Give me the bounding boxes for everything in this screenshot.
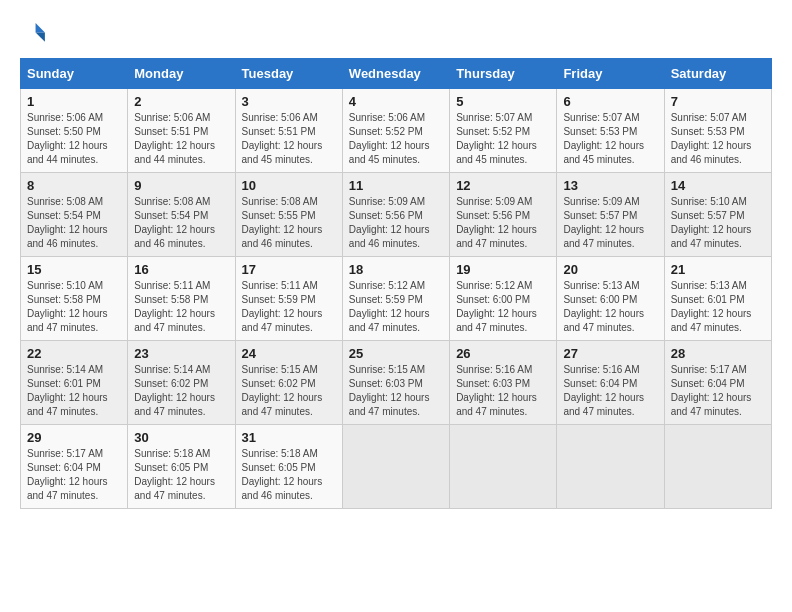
day-detail: Sunrise: 5:08 AMSunset: 5:55 PMDaylight:… [242, 195, 336, 251]
calendar-cell: 24 Sunrise: 5:15 AMSunset: 6:02 PMDaylig… [235, 341, 342, 425]
calendar-cell: 19 Sunrise: 5:12 AMSunset: 6:00 PMDaylig… [450, 257, 557, 341]
calendar-cell: 31 Sunrise: 5:18 AMSunset: 6:05 PMDaylig… [235, 425, 342, 509]
day-number: 30 [134, 430, 228, 445]
day-number: 12 [456, 178, 550, 193]
calendar-cell: 14 Sunrise: 5:10 AMSunset: 5:57 PMDaylig… [664, 173, 771, 257]
day-number: 29 [27, 430, 121, 445]
day-detail: Sunrise: 5:14 AMSunset: 6:02 PMDaylight:… [134, 363, 228, 419]
day-detail: Sunrise: 5:10 AMSunset: 5:57 PMDaylight:… [671, 195, 765, 251]
day-header-tuesday: Tuesday [235, 59, 342, 89]
calendar-cell: 5 Sunrise: 5:07 AMSunset: 5:52 PMDayligh… [450, 89, 557, 173]
day-number: 24 [242, 346, 336, 361]
day-number: 8 [27, 178, 121, 193]
day-number: 23 [134, 346, 228, 361]
calendar-week-row: 1 Sunrise: 5:06 AMSunset: 5:50 PMDayligh… [21, 89, 772, 173]
day-detail: Sunrise: 5:08 AMSunset: 5:54 PMDaylight:… [134, 195, 228, 251]
day-number: 17 [242, 262, 336, 277]
calendar-cell: 29 Sunrise: 5:17 AMSunset: 6:04 PMDaylig… [21, 425, 128, 509]
calendar-cell [342, 425, 449, 509]
day-detail: Sunrise: 5:13 AMSunset: 6:00 PMDaylight:… [563, 279, 657, 335]
calendar-cell: 2 Sunrise: 5:06 AMSunset: 5:51 PMDayligh… [128, 89, 235, 173]
calendar-cell: 25 Sunrise: 5:15 AMSunset: 6:03 PMDaylig… [342, 341, 449, 425]
day-number: 14 [671, 178, 765, 193]
calendar-cell: 4 Sunrise: 5:06 AMSunset: 5:52 PMDayligh… [342, 89, 449, 173]
calendar-cell: 7 Sunrise: 5:07 AMSunset: 5:53 PMDayligh… [664, 89, 771, 173]
day-number: 19 [456, 262, 550, 277]
day-number: 2 [134, 94, 228, 109]
calendar-cell: 16 Sunrise: 5:11 AMSunset: 5:58 PMDaylig… [128, 257, 235, 341]
calendar-cell: 23 Sunrise: 5:14 AMSunset: 6:02 PMDaylig… [128, 341, 235, 425]
day-number: 18 [349, 262, 443, 277]
day-detail: Sunrise: 5:09 AMSunset: 5:57 PMDaylight:… [563, 195, 657, 251]
calendar-cell: 9 Sunrise: 5:08 AMSunset: 5:54 PMDayligh… [128, 173, 235, 257]
calendar-cell: 10 Sunrise: 5:08 AMSunset: 5:55 PMDaylig… [235, 173, 342, 257]
calendar-cell: 1 Sunrise: 5:06 AMSunset: 5:50 PMDayligh… [21, 89, 128, 173]
calendar-cell: 20 Sunrise: 5:13 AMSunset: 6:00 PMDaylig… [557, 257, 664, 341]
day-detail: Sunrise: 5:09 AMSunset: 5:56 PMDaylight:… [456, 195, 550, 251]
day-header-monday: Monday [128, 59, 235, 89]
day-detail: Sunrise: 5:06 AMSunset: 5:50 PMDaylight:… [27, 111, 121, 167]
day-detail: Sunrise: 5:12 AMSunset: 6:00 PMDaylight:… [456, 279, 550, 335]
day-detail: Sunrise: 5:15 AMSunset: 6:02 PMDaylight:… [242, 363, 336, 419]
day-number: 3 [242, 94, 336, 109]
day-detail: Sunrise: 5:07 AMSunset: 5:53 PMDaylight:… [563, 111, 657, 167]
day-header-thursday: Thursday [450, 59, 557, 89]
calendar-cell: 27 Sunrise: 5:16 AMSunset: 6:04 PMDaylig… [557, 341, 664, 425]
logo [20, 20, 52, 48]
calendar-cell: 3 Sunrise: 5:06 AMSunset: 5:51 PMDayligh… [235, 89, 342, 173]
day-number: 9 [134, 178, 228, 193]
day-detail: Sunrise: 5:16 AMSunset: 6:03 PMDaylight:… [456, 363, 550, 419]
calendar-cell: 11 Sunrise: 5:09 AMSunset: 5:56 PMDaylig… [342, 173, 449, 257]
day-detail: Sunrise: 5:07 AMSunset: 5:52 PMDaylight:… [456, 111, 550, 167]
calendar-cell: 17 Sunrise: 5:11 AMSunset: 5:59 PMDaylig… [235, 257, 342, 341]
calendar-cell: 12 Sunrise: 5:09 AMSunset: 5:56 PMDaylig… [450, 173, 557, 257]
day-header-friday: Friday [557, 59, 664, 89]
calendar-cell [664, 425, 771, 509]
calendar-cell: 28 Sunrise: 5:17 AMSunset: 6:04 PMDaylig… [664, 341, 771, 425]
day-detail: Sunrise: 5:09 AMSunset: 5:56 PMDaylight:… [349, 195, 443, 251]
day-detail: Sunrise: 5:11 AMSunset: 5:59 PMDaylight:… [242, 279, 336, 335]
day-number: 31 [242, 430, 336, 445]
calendar-header-row: SundayMondayTuesdayWednesdayThursdayFrid… [21, 59, 772, 89]
calendar-cell: 6 Sunrise: 5:07 AMSunset: 5:53 PMDayligh… [557, 89, 664, 173]
day-number: 28 [671, 346, 765, 361]
day-detail: Sunrise: 5:13 AMSunset: 6:01 PMDaylight:… [671, 279, 765, 335]
day-detail: Sunrise: 5:18 AMSunset: 6:05 PMDaylight:… [242, 447, 336, 503]
day-number: 6 [563, 94, 657, 109]
day-number: 4 [349, 94, 443, 109]
day-detail: Sunrise: 5:17 AMSunset: 6:04 PMDaylight:… [27, 447, 121, 503]
calendar-cell [450, 425, 557, 509]
svg-marker-0 [36, 23, 45, 32]
day-detail: Sunrise: 5:11 AMSunset: 5:58 PMDaylight:… [134, 279, 228, 335]
day-detail: Sunrise: 5:14 AMSunset: 6:01 PMDaylight:… [27, 363, 121, 419]
day-detail: Sunrise: 5:08 AMSunset: 5:54 PMDaylight:… [27, 195, 121, 251]
day-detail: Sunrise: 5:16 AMSunset: 6:04 PMDaylight:… [563, 363, 657, 419]
day-detail: Sunrise: 5:17 AMSunset: 6:04 PMDaylight:… [671, 363, 765, 419]
calendar-week-row: 22 Sunrise: 5:14 AMSunset: 6:01 PMDaylig… [21, 341, 772, 425]
day-number: 16 [134, 262, 228, 277]
calendar-cell: 18 Sunrise: 5:12 AMSunset: 5:59 PMDaylig… [342, 257, 449, 341]
day-number: 25 [349, 346, 443, 361]
svg-marker-1 [36, 32, 45, 41]
calendar-cell: 26 Sunrise: 5:16 AMSunset: 6:03 PMDaylig… [450, 341, 557, 425]
day-number: 22 [27, 346, 121, 361]
day-detail: Sunrise: 5:12 AMSunset: 5:59 PMDaylight:… [349, 279, 443, 335]
calendar-week-row: 29 Sunrise: 5:17 AMSunset: 6:04 PMDaylig… [21, 425, 772, 509]
page-header [20, 20, 772, 48]
day-detail: Sunrise: 5:18 AMSunset: 6:05 PMDaylight:… [134, 447, 228, 503]
day-number: 21 [671, 262, 765, 277]
day-number: 13 [563, 178, 657, 193]
day-number: 10 [242, 178, 336, 193]
day-detail: Sunrise: 5:06 AMSunset: 5:51 PMDaylight:… [134, 111, 228, 167]
calendar-cell: 13 Sunrise: 5:09 AMSunset: 5:57 PMDaylig… [557, 173, 664, 257]
day-number: 11 [349, 178, 443, 193]
day-number: 1 [27, 94, 121, 109]
calendar-week-row: 15 Sunrise: 5:10 AMSunset: 5:58 PMDaylig… [21, 257, 772, 341]
day-header-saturday: Saturday [664, 59, 771, 89]
calendar-cell: 30 Sunrise: 5:18 AMSunset: 6:05 PMDaylig… [128, 425, 235, 509]
day-number: 26 [456, 346, 550, 361]
day-detail: Sunrise: 5:06 AMSunset: 5:51 PMDaylight:… [242, 111, 336, 167]
calendar-week-row: 8 Sunrise: 5:08 AMSunset: 5:54 PMDayligh… [21, 173, 772, 257]
day-number: 15 [27, 262, 121, 277]
day-number: 5 [456, 94, 550, 109]
